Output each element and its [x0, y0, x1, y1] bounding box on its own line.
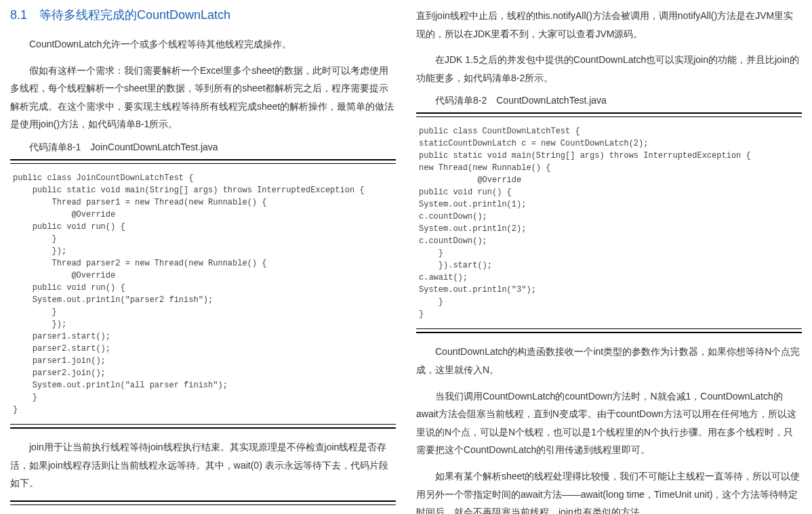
code-divider: [10, 163, 396, 164]
paragraph: 直到join线程中止后，线程的this.notifyAll()方法会被调用，调用…: [416, 7, 802, 43]
code-divider: [416, 116, 802, 117]
code-divider: [416, 328, 802, 329]
section-title: 8.1 等待多线程完成的CountDownLatch: [10, 7, 396, 23]
code-divider: [10, 505, 396, 505]
paragraph: join用于让当前执行线程等待join线程执行结束。其实现原理是不停检查join…: [10, 438, 396, 492]
code-divider: [10, 427, 396, 429]
code-divider: [10, 500, 396, 502]
paragraph: 假如有这样一个需求：我们需要解析一个Excel里多个sheet的数据，此时可以考…: [10, 62, 396, 133]
code-block: while (isAlive()) { wait(0); }: [10, 508, 396, 514]
paragraph: CountDownLatch允许一个或多个线程等待其他线程完成操作。: [10, 35, 396, 53]
code-divider: [416, 332, 802, 333]
paragraph: 当我们调用CountDownLatch的countDown方法时，N就会减1，C…: [416, 387, 802, 459]
left-column: 8.1 等待多线程完成的CountDownLatch CountDownLatc…: [0, 0, 406, 514]
code-listing-label: 代码清单8-1 JoinCountDownLatchTest.java: [10, 142, 396, 154]
code-divider: [10, 159, 396, 160]
paragraph: 在JDK 1.5之后的并发包中提供的CountDownLatch也可以实现joi…: [416, 51, 802, 87]
code-block: public class JoinCountDownLatchTest { pu…: [10, 167, 396, 421]
code-listing-label: 代码清单8-2 CountDownLatchTest.java: [416, 95, 802, 107]
code-divider: [10, 424, 396, 425]
code-block: public class CountDownLatchTest { static…: [416, 120, 802, 326]
right-column: 直到join线程中止后，线程的this.notifyAll()方法会被调用，调用…: [406, 0, 812, 514]
paragraph: CountDownLatch的构造函数接收一个int类型的参数作为计数器，如果你…: [416, 343, 802, 379]
code-divider: [416, 112, 802, 114]
paragraph: 如果有某个解析sheet的线程处理得比较慢，我们不可能让主线程一直等待，所以可以…: [416, 467, 802, 514]
